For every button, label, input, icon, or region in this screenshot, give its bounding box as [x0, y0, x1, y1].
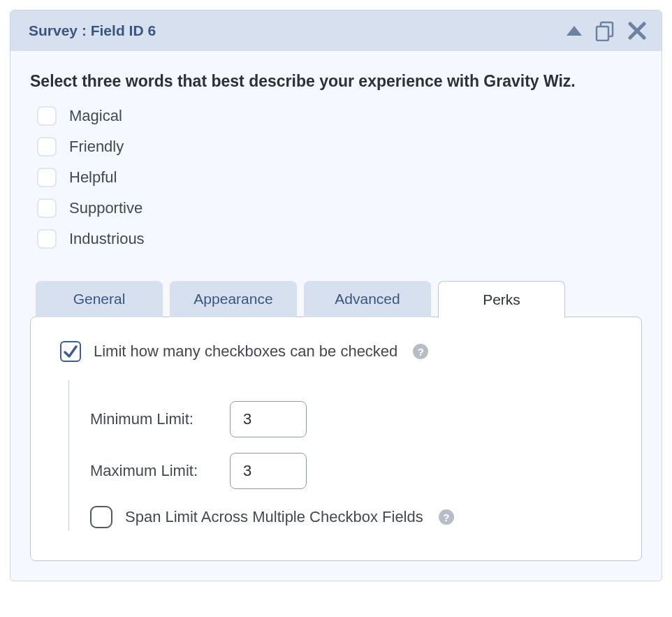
survey-option: Supportive	[37, 198, 642, 218]
panel-body: Select three words that best describe yo…	[10, 51, 662, 581]
survey-option: Industrious	[37, 229, 642, 249]
maximum-limit-row: Maximum Limit:	[90, 453, 612, 489]
survey-option: Magical	[37, 106, 642, 126]
limit-enable-label: Limit how many checkboxes can be checked	[94, 342, 397, 361]
survey-option: Friendly	[37, 137, 642, 157]
option-checkbox[interactable]	[37, 198, 57, 218]
tab-area: General Appearance Advanced Perks Limit …	[30, 281, 642, 561]
tab-appearance[interactable]: Appearance	[170, 281, 297, 317]
option-checkbox[interactable]	[37, 229, 57, 249]
span-limit-row: Span Limit Across Multiple Checkbox Fiel…	[90, 506, 612, 528]
help-icon[interactable]: ?	[439, 509, 454, 525]
panel-actions	[567, 20, 646, 41]
survey-options: Magical Friendly Helpful Supportive Indu…	[37, 106, 642, 249]
limit-checkboxes-toggle: Limit how many checkboxes can be checked…	[60, 341, 612, 362]
tab-row: General Appearance Advanced Perks	[30, 281, 642, 317]
survey-prompt: Select three words that best describe yo…	[30, 72, 642, 91]
option-label: Friendly	[69, 138, 124, 156]
maximum-limit-label: Maximum Limit:	[90, 462, 216, 480]
option-label: Magical	[69, 107, 122, 125]
option-checkbox[interactable]	[37, 137, 57, 157]
svg-marker-0	[567, 26, 582, 36]
limit-enable-checkbox[interactable]	[60, 341, 81, 362]
minimum-limit-label: Minimum Limit:	[90, 410, 216, 428]
option-checkbox[interactable]	[37, 168, 57, 187]
svg-rect-2	[597, 27, 608, 41]
limit-options: Minimum Limit: Maximum Limit: Span Limit…	[68, 380, 612, 531]
option-checkbox[interactable]	[37, 106, 57, 126]
option-label: Supportive	[69, 199, 143, 217]
minimum-limit-row: Minimum Limit:	[90, 401, 612, 437]
tab-general[interactable]: General	[36, 281, 163, 317]
survey-option: Helpful	[37, 168, 642, 187]
collapse-icon[interactable]	[567, 26, 582, 36]
tab-perks[interactable]: Perks	[438, 281, 565, 318]
close-icon[interactable]	[628, 22, 646, 40]
panel-title: Survey : Field ID 6	[29, 22, 156, 39]
duplicate-icon[interactable]	[594, 20, 615, 41]
field-settings-panel: Survey : Field ID 6 Select three words t…	[10, 10, 662, 581]
tab-content-perks: Limit how many checkboxes can be checked…	[30, 317, 642, 561]
maximum-limit-input[interactable]	[230, 453, 307, 489]
span-limit-label: Span Limit Across Multiple Checkbox Fiel…	[125, 508, 423, 526]
panel-header: Survey : Field ID 6	[10, 10, 662, 51]
minimum-limit-input[interactable]	[230, 401, 307, 437]
tab-advanced[interactable]: Advanced	[304, 281, 431, 317]
span-limit-checkbox[interactable]	[90, 506, 112, 528]
option-label: Industrious	[69, 230, 145, 248]
help-icon[interactable]: ?	[413, 344, 428, 359]
option-label: Helpful	[69, 168, 117, 187]
